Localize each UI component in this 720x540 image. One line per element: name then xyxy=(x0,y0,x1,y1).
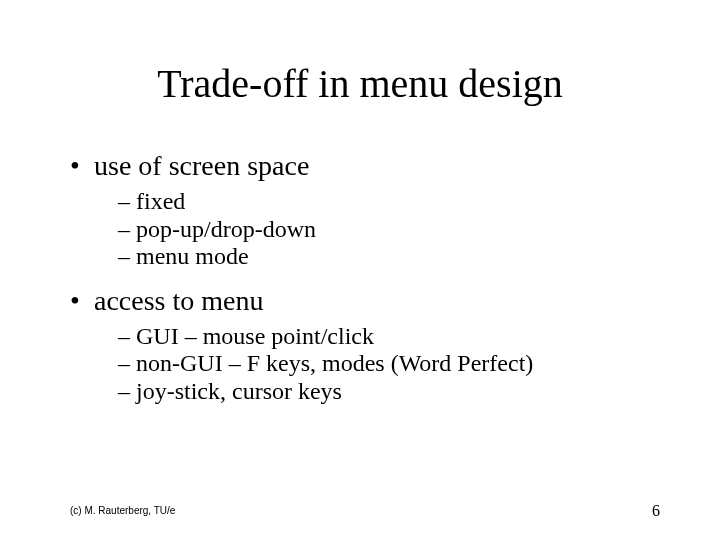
bullet-label: pop-up/drop-down xyxy=(136,216,316,242)
bullet-level1: • use of screen space xyxy=(70,150,660,182)
bullet-label: GUI – mouse point/click xyxy=(136,323,374,349)
bullet-label: use of screen space xyxy=(94,150,309,182)
bullet-level2: – non-GUI – F keys, modes (Word Perfect) xyxy=(118,350,660,378)
bullet-level2: – menu mode xyxy=(118,243,660,271)
bullet-label: fixed xyxy=(136,188,185,214)
bullet-level2: – fixed xyxy=(118,188,660,216)
slide-content: • use of screen space – fixed – pop-up/d… xyxy=(70,150,660,420)
bullet-level2: – GUI – mouse point/click xyxy=(118,323,660,351)
bullet-label: access to menu xyxy=(94,285,264,317)
bullet-label: joy-stick, cursor keys xyxy=(136,378,342,404)
footer-copyright: (c) M. Rauterberg, TU/e xyxy=(70,505,175,516)
bullet-label: non-GUI – F keys, modes (Word Perfect) xyxy=(136,350,533,376)
slide-number: 6 xyxy=(652,502,660,520)
bullet-label: menu mode xyxy=(136,243,249,269)
bullet-level2: – pop-up/drop-down xyxy=(118,216,660,244)
disc-bullet-icon: • xyxy=(70,285,94,317)
bullet-level1: • access to menu xyxy=(70,285,660,317)
disc-bullet-icon: • xyxy=(70,150,94,182)
slide-title: Trade-off in menu design xyxy=(0,60,720,107)
bullet-level2: – joy-stick, cursor keys xyxy=(118,378,660,406)
slide: Trade-off in menu design • use of screen… xyxy=(0,0,720,540)
